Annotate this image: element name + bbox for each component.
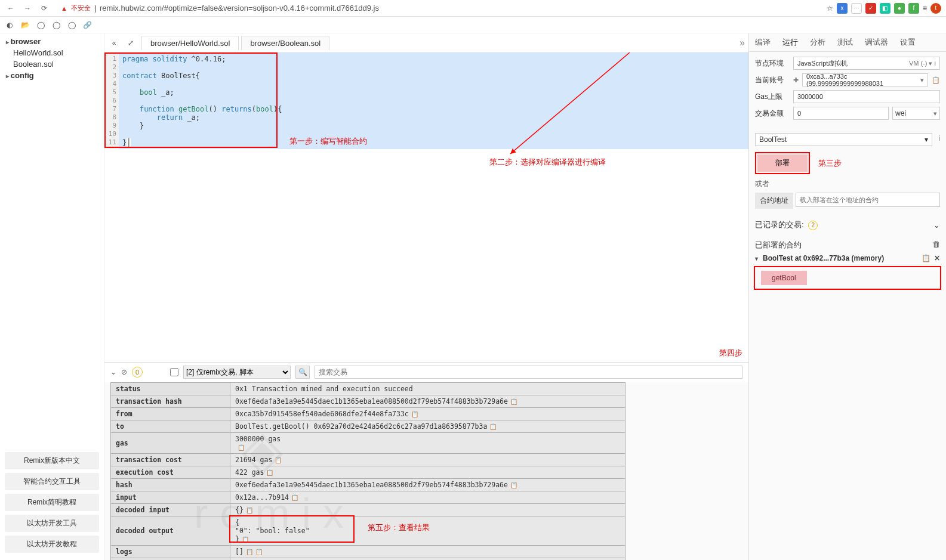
recorded-tx-row[interactable]: 已记录的交易: 2 ⌄ [755,219,940,230]
file-explorer: browser HelloWorld.sol Boolean.sol confi… [0,33,104,560]
copy-icon[interactable]: 📋 [246,549,253,555]
copy-icon[interactable]: 📋 [238,444,245,451]
github-icon-3[interactable]: ◯ [67,20,76,30]
ataddress-input[interactable] [796,193,940,207]
close-icon[interactable]: ✕ [934,254,940,262]
tab-compile[interactable]: 编译 [749,33,776,51]
ext-icon-1[interactable]: x [837,3,848,14]
env-select[interactable]: JavaScript虚拟机 VM (-) ▾ i [793,57,940,70]
github-icon-2[interactable]: ◯ [51,20,61,30]
folder-open-icon[interactable]: 📂 [20,20,30,30]
url-text[interactable]: remix.hubwiz.com/#optimize=false&version… [100,4,379,13]
listen-checkbox[interactable] [170,368,178,376]
tab-test[interactable]: 测试 [831,33,859,51]
copy-icon[interactable]: 📋 [489,423,497,430]
tab-analyze[interactable]: 分析 [804,33,831,51]
contract-select[interactable]: BoolTest▾ [755,133,932,146]
vm-indicator: VM (-) [909,60,927,67]
tx-val: 0xef6edafa3e1a9e5445daec1b1365eba1ea0885… [230,478,625,491]
account-select[interactable]: 0xca3...a733c (99.999999999999988031▾ [802,73,928,86]
tx-search-input[interactable] [315,366,742,379]
profile-icon[interactable]: t [930,3,941,14]
chevron-down-icon[interactable]: ⌄ [933,221,940,230]
console-clear-icon[interactable]: ⊘ [121,368,127,376]
value-input[interactable]: 0 [793,107,889,120]
toggle-panel-icon[interactable]: ◐ [5,20,14,30]
ext-icon-6[interactable]: f [908,3,919,14]
tab-debugger[interactable]: 调试器 [859,33,894,51]
tx-val: []📋📋 [230,545,625,558]
tx-val: 0xca35b7d915458ef540ade6068dfe2f44e8fa73… [230,407,625,420]
tx-val: 0xef6edafa3e1a9e5445daec1b1365eba1ea0885… [230,395,625,407]
reload-icon[interactable]: ⟳ [38,2,50,14]
trash-icon[interactable]: 🗑 [932,240,940,250]
copy-icon[interactable]: 📋 [266,469,273,476]
back-icon[interactable]: ← [5,2,17,14]
env-label: 节点环境 [755,58,790,69]
deploy-button[interactable]: 部署 [757,154,808,172]
chevron-right-icon[interactable]: ▾ [755,255,758,262]
console-expand-icon[interactable]: ⌄ [110,368,116,376]
right-panel: 编译 运行 分析 测试 调试器 设置 节点环境 JavaScript虚拟机 VM… [749,33,946,560]
tab-run[interactable]: 运行 [776,33,804,51]
editor-tab[interactable]: browser/HelloWorld.sol [141,36,239,50]
copy-icon[interactable]: 📋 [242,536,249,543]
link-icon[interactable]: 🔗 [82,20,92,30]
gaslimit-input[interactable]: 3000000 [793,90,940,103]
value-unit-select[interactable]: wei▾ [892,107,940,120]
insecure-icon: ▲ [61,5,67,12]
annotation-box-3: 部署 [755,152,810,174]
promo-button[interactable]: 以太坊开发工具 [5,515,99,532]
tx-key: status [111,382,230,395]
tree-file[interactable]: Boolean.sol [0,58,104,70]
promo-button[interactable]: 智能合约交互工具 [5,473,99,490]
tx-output[interactable]: ◈ remix status0x1 Transaction mined and … [104,382,748,561]
tx-val: 0x12a...7b914📋 [230,491,625,503]
tab-settings[interactable]: 设置 [894,33,922,51]
tree-root-config[interactable]: config [0,70,104,81]
copy-icon[interactable]: 📋 [411,411,418,417]
recorded-tx-label: 已记录的交易: [755,220,804,229]
forward-icon[interactable]: → [21,2,33,14]
add-account-icon[interactable]: ✚ [793,76,799,84]
copy-icon[interactable]: 📋 [291,494,298,501]
copy-icon[interactable]: 📋 [510,398,517,405]
copy-icon[interactable]: 📋 [246,507,253,513]
getbool-button[interactable]: getBool [761,271,807,285]
github-icon[interactable]: ◯ [36,20,45,30]
ext-icon-7[interactable]: ≡ [923,4,927,13]
info-icon[interactable]: i [938,134,940,143]
ext-icon-3[interactable]: ✓ [865,3,876,14]
promo-button[interactable]: 以太坊开发教程 [5,536,99,553]
ataddress-button[interactable]: 合约地址 [755,193,793,209]
copy-icon[interactable]: 📋 [932,76,940,84]
ext-icon-4[interactable]: ◧ [880,3,890,14]
deployed-contract-item[interactable]: ▾ BoolTest at 0x692...77b3a (memory) 📋 ✕ [755,254,940,262]
code-editor[interactable]: 1234567891011 pragma solidity ^0.4.16; c… [104,52,748,184]
ext-icon-5[interactable]: ● [894,3,905,14]
copy-icon[interactable]: 📋 [275,457,282,463]
tx-key: from [111,407,230,420]
star-icon[interactable]: ☆ [827,4,833,13]
annotation-step5: 第五步：查看结果 [368,522,430,533]
copy-icon[interactable]: 📋 [922,254,930,262]
tx-val: 21694 gas📋 [230,453,625,466]
tx-filter-select[interactable]: [2] 仅remix交易, 脚本 [183,366,291,379]
search-icon[interactable]: 🔍 [295,366,310,379]
tree-file[interactable]: HelloWorld.sol [0,47,104,58]
editor-tab-bar: « ⤢ browser/HelloWorld.sol browser/Boole… [104,33,748,52]
annotation-step3: 第三步 [818,158,842,169]
collapse-left-icon[interactable]: « [108,37,120,49]
copy-icon[interactable]: 📋 [255,549,263,555]
tree-root-browser[interactable]: browser [0,36,104,47]
tab-overflow-icon[interactable]: » [739,38,745,48]
promo-button[interactable]: Remix简明教程 [5,494,99,511]
tx-key: to [111,420,230,432]
promo-button[interactable]: Remix新版本中文 [5,452,99,469]
editor-tab[interactable]: browser/Boolean.sol [241,36,329,50]
tx-val: 422 gas📋 [230,466,625,478]
copy-icon[interactable]: 📋 [510,482,517,488]
expand-icon[interactable]: ⤢ [125,37,137,49]
ext-icon-2[interactable]: ⋯ [851,3,862,14]
code-content[interactable]: pragma solidity ^0.4.16; contract BoolTe… [119,52,748,149]
